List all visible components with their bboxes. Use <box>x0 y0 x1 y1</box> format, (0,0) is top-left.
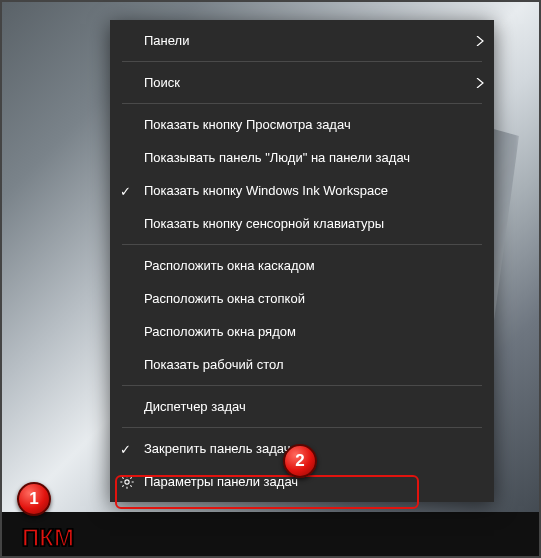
menu-item-side-by-side[interactable]: Расположить окна рядом <box>110 315 494 348</box>
menu-item-task-view[interactable]: Показать кнопку Просмотра задач <box>110 108 494 141</box>
menu-label: Показать кнопку Windows Ink Workspace <box>144 183 494 198</box>
annotation-pkm: ПКМ <box>22 524 74 552</box>
separator <box>122 244 482 245</box>
menu-item-ink-workspace[interactable]: Показать кнопку Windows Ink Workspace <box>110 174 494 207</box>
menu-item-task-manager[interactable]: Диспетчер задач <box>110 390 494 423</box>
menu-label: Показать кнопку Просмотра задач <box>144 117 494 132</box>
menu-label: Панели <box>144 33 466 48</box>
taskbar[interactable] <box>2 512 539 556</box>
menu-item-touch-keyboard[interactable]: Показать кнопку сенсорной клавиатуры <box>110 207 494 240</box>
menu-label: Закрепить панель задач <box>144 441 494 456</box>
check-icon <box>110 442 144 456</box>
menu-label: Расположить окна стопкой <box>144 291 494 306</box>
annotation-badge-2: 2 <box>283 444 317 478</box>
menu-label: Показывать панель "Люди" на панели задач <box>144 150 494 165</box>
menu-label: Расположить окна каскадом <box>144 258 494 273</box>
menu-label: Показать рабочий стол <box>144 357 494 372</box>
taskbar-context-menu: Панели Поиск Показать кнопку Просмотра з… <box>110 20 494 502</box>
svg-point-0 <box>125 479 129 483</box>
gear-icon <box>110 474 144 490</box>
separator <box>122 61 482 62</box>
check-icon <box>110 184 144 198</box>
separator <box>122 103 482 104</box>
menu-label: Диспетчер задач <box>144 399 494 414</box>
screenshot-frame: Панели Поиск Показать кнопку Просмотра з… <box>0 0 541 558</box>
menu-label: Поиск <box>144 75 466 90</box>
separator <box>122 385 482 386</box>
menu-item-toolbars[interactable]: Панели <box>110 24 494 57</box>
menu-label: Расположить окна рядом <box>144 324 494 339</box>
menu-item-stacked[interactable]: Расположить окна стопкой <box>110 282 494 315</box>
menu-label: Параметры панели задач <box>144 474 494 489</box>
separator <box>122 427 482 428</box>
menu-item-show-desktop[interactable]: Показать рабочий стол <box>110 348 494 381</box>
chevron-right-icon <box>466 78 494 88</box>
menu-item-people[interactable]: Показывать панель "Люди" на панели задач <box>110 141 494 174</box>
chevron-right-icon <box>466 36 494 46</box>
annotation-badge-1: 1 <box>17 482 51 516</box>
menu-item-search[interactable]: Поиск <box>110 66 494 99</box>
menu-item-cascade[interactable]: Расположить окна каскадом <box>110 249 494 282</box>
menu-label: Показать кнопку сенсорной клавиатуры <box>144 216 494 231</box>
